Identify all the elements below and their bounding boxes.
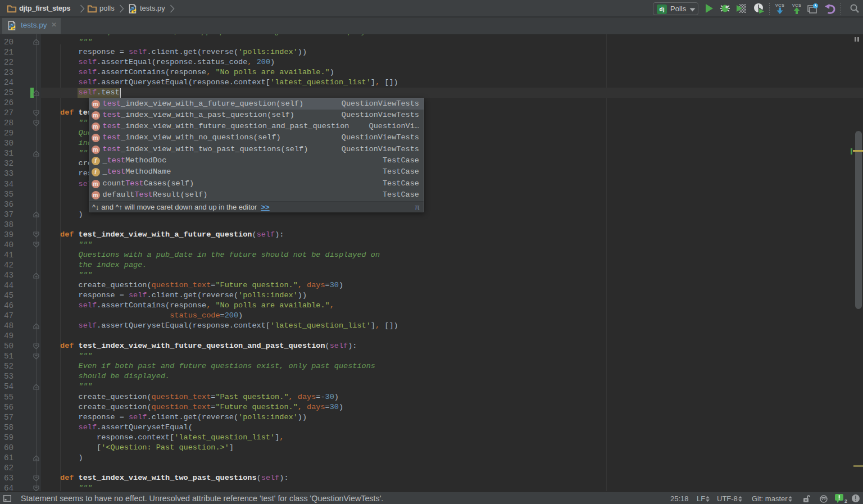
- svg-text:VCS: VCS: [792, 3, 802, 8]
- svg-text:VCS: VCS: [775, 3, 785, 8]
- svg-text:2: 2: [844, 498, 847, 503]
